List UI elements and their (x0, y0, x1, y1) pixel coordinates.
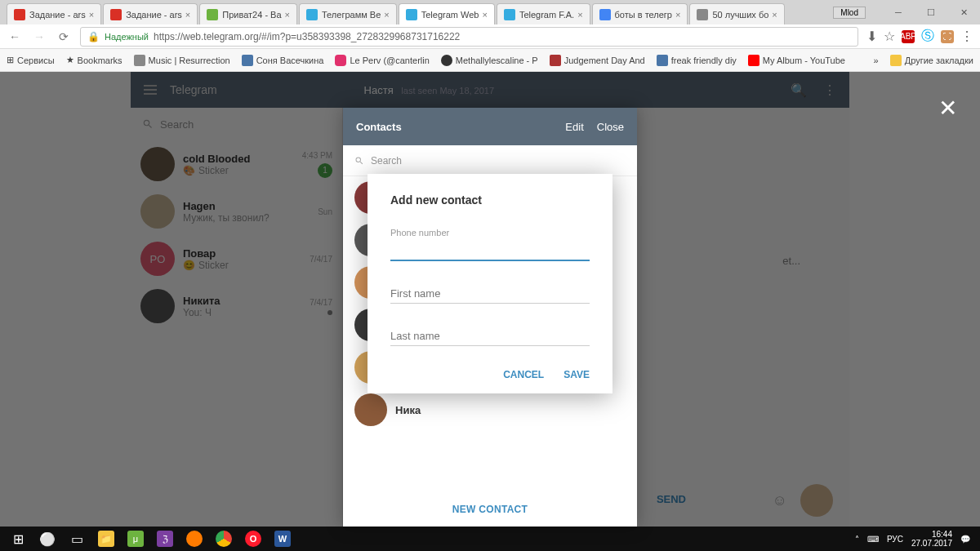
apps-button[interactable]: ⊞Сервисы (7, 55, 55, 65)
window-close-icon[interactable]: ✕ (947, 1, 980, 24)
chrome-button[interactable] (209, 527, 238, 551)
address-bar: ← → ⟳ 🔒 Надежный https://web.telegram.or… (0, 24, 980, 49)
firefox-icon (186, 531, 203, 547)
windows-icon: ⊞ (13, 531, 24, 547)
close-icon[interactable]: × (675, 10, 680, 20)
browser-tab[interactable]: Задание - ars× (7, 3, 101, 24)
apps-icon: ⊞ (7, 55, 14, 65)
browser-tab-strip: Задание - ars× Задание - ars× Приват24 -… (0, 0, 980, 24)
firefox-button[interactable] (180, 527, 209, 551)
bookmark-item[interactable]: freak friendly diy (657, 55, 737, 66)
word-button[interactable]: W (268, 527, 297, 551)
close-icon[interactable]: × (772, 10, 777, 20)
search-icon: ⚪ (39, 531, 56, 547)
close-button[interactable]: Close (597, 121, 624, 133)
add-contact-modal: Add new contact Phone number CANCEL SAVE (368, 174, 612, 393)
taskview-icon: ▭ (71, 531, 83, 547)
minimize-icon[interactable]: ─ (882, 1, 915, 24)
app-icon: ℨ (157, 531, 173, 547)
phone-input[interactable] (390, 241, 590, 261)
bookmark-item[interactable]: My Album - YouTube (748, 55, 845, 66)
close-icon[interactable]: × (89, 10, 94, 20)
modal-title: Add new contact (390, 193, 590, 207)
maximize-icon[interactable]: ☐ (915, 1, 947, 24)
explorer-button[interactable]: 📁 (91, 527, 121, 551)
close-icon[interactable]: × (285, 10, 290, 20)
edit-button[interactable]: Edit (565, 121, 583, 133)
bookmarks-bar: ⊞Сервисы ★Bookmarks Music | Resurrection… (0, 49, 980, 72)
phone-label: Phone number (390, 228, 590, 238)
download-icon[interactable]: ⬇ (866, 29, 877, 44)
contacts-title: Contacts (356, 121, 402, 133)
browser-tab[interactable]: Приват24 - Ва× (199, 3, 297, 24)
close-icon[interactable]: ✕ (938, 95, 957, 122)
cancel-button[interactable]: CANCEL (503, 369, 544, 380)
utorrent-icon: μ (127, 531, 144, 547)
first-name-input[interactable] (390, 284, 590, 304)
language-indicator[interactable]: РУС (887, 535, 903, 544)
menu-icon[interactable]: ⋮ (960, 29, 973, 44)
opera-icon: O (245, 531, 261, 547)
skype-icon[interactable]: Ⓢ (921, 28, 934, 45)
secure-label: Надежный (105, 32, 149, 42)
bookmark-item[interactable]: Methallylescaline - P (441, 55, 538, 66)
search-button[interactable]: ⚪ (33, 527, 62, 551)
browser-tab[interactable]: боты в телегр× (592, 3, 688, 24)
user-badge[interactable]: Mlod (833, 7, 866, 19)
forward-icon: → (31, 30, 47, 43)
close-icon[interactable]: × (577, 10, 582, 20)
star-icon: ★ (66, 55, 74, 65)
bookmark-overflow[interactable]: » (874, 56, 879, 65)
utorrent-button[interactable]: μ (121, 527, 150, 551)
app-button[interactable]: ℨ (150, 527, 180, 551)
other-bookmarks[interactable]: Другие закладки (890, 55, 973, 66)
tray-chevron-icon[interactable]: ˄ (855, 535, 859, 544)
chrome-icon (216, 531, 232, 547)
browser-tab[interactable]: Задание - ars× (103, 3, 198, 24)
back-icon[interactable]: ← (7, 30, 23, 43)
avatar (354, 393, 387, 426)
star-icon[interactable]: ☆ (884, 29, 895, 44)
contact-item[interactable]: Ника (343, 389, 637, 431)
start-button[interactable]: ⊞ (3, 527, 33, 551)
bookmark-item[interactable]: Judgement Day And (550, 55, 645, 66)
taskbar: ⊞ ⚪ ▭ 📁 μ ℨ O W ˄ ⌨ РУС 16:44 27.07.2017… (0, 527, 980, 551)
save-button[interactable]: SAVE (564, 369, 590, 380)
browser-tab-active[interactable]: Telegram Web× (399, 3, 495, 24)
close-icon[interactable]: × (384, 10, 389, 20)
task-view-button[interactable]: ▭ (62, 527, 91, 551)
new-contact-button[interactable]: NEW CONTACT (343, 492, 637, 527)
bookmark-item[interactable]: Le Perv (@canterlin (335, 55, 429, 66)
contacts-search[interactable]: Search (343, 145, 637, 176)
url-field[interactable]: 🔒 Надежный https://web.telegram.org/#/im… (80, 27, 858, 47)
browser-tab[interactable]: 50 лучших бо× (689, 3, 784, 24)
last-name-input[interactable] (390, 327, 590, 346)
bookmark-item[interactable]: Соня Васечкина (242, 55, 324, 66)
close-icon[interactable]: × (185, 10, 190, 20)
url-text: https://web.telegram.org/#/im?p=u3583933… (154, 31, 460, 42)
notifications-icon[interactable]: 💬 (960, 535, 970, 544)
bookmark-item[interactable]: Music | Resurrection (134, 55, 230, 66)
abp-icon[interactable]: ABP (902, 30, 915, 43)
folder-icon: 📁 (98, 531, 114, 547)
browser-tab[interactable]: Телеграмм Ве× (299, 3, 397, 24)
word-icon: W (274, 531, 291, 547)
opera-button[interactable]: O (238, 527, 268, 551)
reload-icon[interactable]: ⟳ (56, 30, 72, 43)
contacts-header: Contacts Edit Close (343, 108, 637, 145)
lock-icon: 🔒 (87, 31, 100, 42)
clock[interactable]: 16:44 27.07.2017 (911, 530, 952, 548)
extension-icon[interactable]: ⛶ (941, 30, 954, 43)
close-icon[interactable]: × (482, 10, 487, 20)
browser-tab[interactable]: Telegram F.A.× (497, 3, 590, 24)
bookmark-item[interactable]: ★Bookmarks (66, 55, 122, 65)
keyboard-icon[interactable]: ⌨ (867, 535, 879, 544)
